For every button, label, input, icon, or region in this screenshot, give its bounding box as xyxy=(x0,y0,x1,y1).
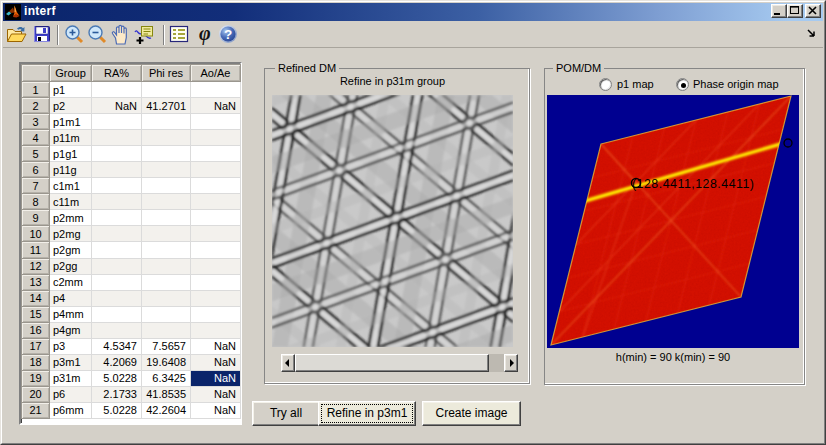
svg-text:?: ? xyxy=(224,27,232,42)
svg-text:(128.4411,128.4411): (128.4411,128.4411) xyxy=(632,177,754,191)
svg-text:φ: φ xyxy=(199,22,211,45)
